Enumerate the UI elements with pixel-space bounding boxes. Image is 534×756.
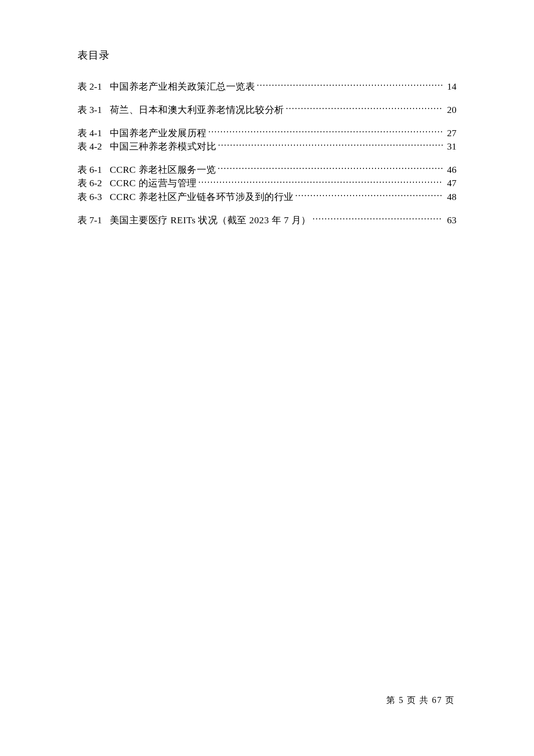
toc-entry-label: 表 6-2 (78, 177, 102, 189)
toc-entry-caption: CCRC 养老社区产业链各环节涉及到的行业 (110, 191, 294, 203)
toc-entry: 表 3-1荷兰、日本和澳大利亚养老情况比较分析20 (78, 103, 456, 116)
toc-entry-page: 31 (444, 140, 456, 153)
toc-entry-page: 63 (444, 214, 456, 226)
toc-entry-label: 表 7-1 (78, 214, 102, 226)
toc-entry-label: 表 3-1 (78, 103, 102, 116)
toc-entry-page: 27 (444, 127, 456, 139)
toc-group: 表 2-1中国养老产业相关政策汇总一览表14 (78, 79, 456, 93)
toc-group: 表 7-1美国主要医疗 REITs 状况（截至 2023 年 7 月）63 (78, 213, 456, 227)
dot-leader (218, 139, 443, 150)
toc-entry-label: 表 4-1 (78, 127, 102, 139)
toc-group: 表 4-1中国养老产业发展历程27表 4-2中国三种养老养模式对比31 (78, 125, 456, 153)
toc-group: 表 6-1CCRC 养老社区服务一览46表 6-2CCRC 的运营与管理47表 … (78, 162, 456, 203)
toc-entry-caption: 中国养老产业相关政策汇总一览表 (110, 80, 255, 93)
toc-entry-caption: 荷兰、日本和澳大利亚养老情况比较分析 (110, 103, 284, 116)
toc-entry-caption: CCRC 养老社区服务一览 (110, 163, 216, 176)
toc-entry: 表 6-2CCRC 的运营与管理47 (78, 176, 456, 190)
dot-leader (295, 190, 443, 200)
dot-leader (218, 162, 443, 173)
toc-entry-page: 20 (444, 103, 456, 116)
dot-leader (313, 213, 443, 223)
toc-group: 表 3-1荷兰、日本和澳大利亚养老情况比较分析20 (78, 103, 456, 116)
toc-body: 表 2-1中国养老产业相关政策汇总一览表14表 3-1荷兰、日本和澳大利亚养老情… (78, 79, 456, 226)
toc-entry-page: 46 (444, 163, 456, 176)
toc-entry-caption: 中国养老产业发展历程 (110, 127, 207, 139)
toc-entry-label: 表 2-1 (78, 80, 102, 93)
toc-entry-label: 表 4-2 (78, 140, 102, 153)
toc-entry-caption: 中国三种养老养模式对比 (110, 140, 217, 153)
dot-leader (199, 176, 443, 186)
page-content: 表目录 表 2-1中国养老产业相关政策汇总一览表14表 3-1荷兰、日本和澳大利… (78, 48, 456, 236)
toc-entry-label: 表 6-3 (78, 191, 102, 203)
toc-title: 表目录 (78, 48, 456, 62)
toc-entry-caption: 美国主要医疗 REITs 状况（截至 2023 年 7 月） (110, 214, 311, 226)
dot-leader (257, 79, 443, 90)
toc-entry: 表 4-1中国养老产业发展历程27 (78, 125, 456, 139)
page-footer: 第 5 页 共 67 页 (386, 694, 455, 706)
toc-entry-label: 表 6-1 (78, 163, 102, 176)
toc-entry: 表 2-1中国养老产业相关政策汇总一览表14 (78, 79, 456, 93)
toc-entry-caption: CCRC 的运营与管理 (110, 177, 197, 189)
toc-entry: 表 6-1CCRC 养老社区服务一览46 (78, 162, 456, 176)
toc-entry: 表 7-1美国主要医疗 REITs 状况（截至 2023 年 7 月）63 (78, 213, 456, 227)
toc-entry-page: 47 (444, 177, 456, 189)
dot-leader (208, 125, 443, 136)
toc-entry-page: 48 (444, 191, 456, 203)
toc-entry: 表 4-2中国三种养老养模式对比31 (78, 139, 456, 153)
dot-leader (286, 103, 443, 113)
toc-entry-page: 14 (444, 80, 456, 93)
toc-entry: 表 6-3CCRC 养老社区产业链各环节涉及到的行业48 (78, 190, 456, 203)
